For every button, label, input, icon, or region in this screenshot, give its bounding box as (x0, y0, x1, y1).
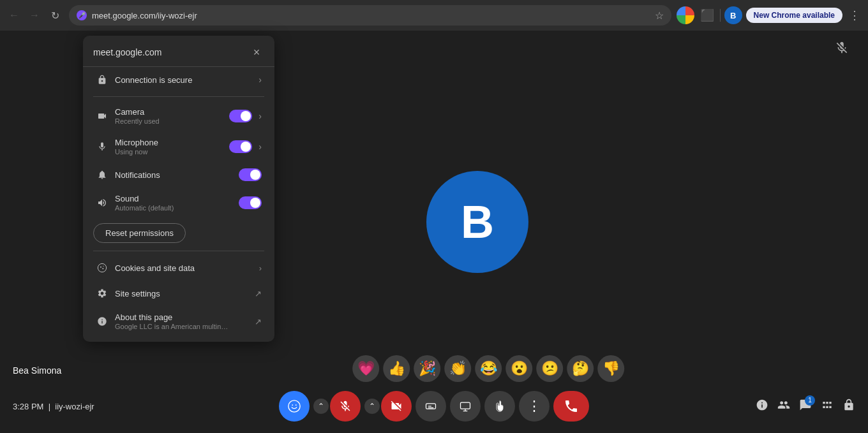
camera-toggle-knob (241, 111, 251, 121)
notifications-text: Notifications (115, 170, 232, 180)
microphone-row[interactable]: Microphone Using now › (86, 131, 272, 162)
site-settings-ext-icon: ↗ (255, 289, 262, 298)
profile-avatar[interactable]: B (724, 6, 742, 24)
present-button[interactable] (450, 391, 481, 422)
meeting-time: 3:28 PM | iiy-wozi-ejr (13, 402, 94, 411)
activities-icon[interactable] (821, 399, 834, 415)
more-button[interactable]: ⋮ (519, 391, 550, 422)
reset-permissions-button[interactable]: Reset permissions (93, 223, 186, 243)
forward-button[interactable]: → (26, 6, 43, 24)
connection-row[interactable]: Connection is secure › (86, 67, 272, 92)
chat-icon[interactable]: 1 (799, 399, 812, 415)
extensions-icon[interactable]: ⬛ (698, 6, 716, 24)
connection-arrow: › (258, 75, 262, 85)
microphone-toggle-knob (241, 142, 251, 152)
svg-point-2 (296, 404, 297, 406)
sound-row[interactable]: Sound Automatic (default) (86, 187, 272, 218)
connection-text: Connection is secure (115, 75, 252, 85)
mic-toggle-button[interactable] (330, 391, 361, 422)
camera-text: Camera Recently used (115, 107, 223, 125)
microphone-arrow: › (258, 142, 262, 152)
camera-toggle[interactable] (229, 110, 252, 122)
svg-point-0 (288, 400, 300, 412)
camera-group: ⌃ (364, 391, 412, 422)
meet-mute-icon (835, 41, 849, 59)
lock-secure-icon (96, 73, 108, 86)
notifications-toggle-knob (250, 170, 260, 180)
microphone-sublabel: Using now (115, 148, 223, 156)
emoji-think[interactable]: 🤔 (567, 355, 594, 382)
new-chrome-button[interactable]: New Chrome available (746, 8, 842, 23)
camera-row[interactable]: Camera Recently used › (86, 101, 272, 131)
emoji-bar: 💗 👍 🎉 👏 😂 😮 😕 🤔 👎 (352, 355, 624, 382)
microphone-toggle[interactable] (229, 140, 252, 153)
emoji-party[interactable]: 🎉 (414, 355, 440, 382)
camera-perm-icon (96, 110, 108, 122)
emoji-clap[interactable]: 👏 (444, 355, 471, 382)
address-bar[interactable]: 🎤 meet.google.com/iiy-wozi-ejr ☆ (69, 5, 671, 26)
chrome-logo[interactable] (677, 6, 694, 24)
notifications-perm-icon (96, 168, 108, 181)
svg-point-10 (100, 267, 101, 268)
popup-title: meet.google.com (93, 47, 161, 57)
emoji-thumbsup[interactable]: 👍 (383, 355, 410, 382)
emoji-sad[interactable]: 😕 (536, 355, 563, 382)
notifications-toggle[interactable] (239, 168, 262, 181)
emoji-thumbsdown[interactable]: 👎 (597, 355, 624, 382)
popup-close-button[interactable]: × (249, 45, 264, 60)
back-button[interactable]: ← (5, 6, 23, 24)
about-icon (96, 315, 108, 328)
camera-arrow: › (258, 111, 262, 121)
connection-label: Connection is secure (115, 75, 252, 85)
raise-hand-button[interactable] (484, 391, 515, 422)
lock-icon[interactable] (842, 399, 855, 415)
camera-chevron[interactable]: ⌃ (364, 399, 380, 414)
toolbar-right: ⬛ B New Chrome available ⋮ (677, 6, 863, 25)
emoji-heart[interactable]: 💗 (352, 355, 379, 382)
separator (720, 9, 721, 22)
site-info-popup: meet.google.com × Connection is secure ›… (83, 36, 274, 342)
about-ext-icon: ↗ (255, 317, 262, 327)
reload-button[interactable]: ↻ (46, 6, 64, 24)
user-avatar-large: B (426, 171, 528, 273)
sound-toggle[interactable] (239, 196, 262, 209)
notifications-row[interactable]: Notifications (86, 162, 272, 187)
cookies-arrow: › (259, 263, 262, 273)
svg-point-9 (98, 263, 106, 272)
site-settings-label: Site settings (115, 289, 248, 298)
reaction-button[interactable] (279, 391, 310, 422)
user-name-label: Bea Simona (13, 365, 61, 376)
chat-badge: 1 (805, 395, 815, 406)
chrome-menu-icon[interactable]: ⋮ (846, 6, 863, 25)
svg-point-12 (103, 266, 103, 267)
reaction-group (279, 391, 310, 422)
site-settings-row[interactable]: Site settings ↗ (86, 281, 272, 306)
about-label: About this page (115, 312, 248, 322)
browser-toolbar: ← → ↻ 🎤 meet.google.com/iiy-wozi-ejr ☆ ⬛… (0, 0, 868, 31)
svg-point-1 (292, 404, 293, 406)
emoji-laugh[interactable]: 😂 (475, 355, 502, 382)
url-text: meet.google.com/iiy-wozi-ejr (92, 11, 650, 20)
svg-rect-6 (461, 402, 470, 409)
camera-label: Camera (115, 107, 223, 117)
people-icon[interactable] (777, 399, 790, 415)
about-text: About this page Google LLC is an America… (115, 312, 248, 330)
sound-perm-icon (96, 196, 108, 209)
info-icon[interactable] (756, 399, 768, 415)
cookies-row[interactable]: Cookies and site data › (86, 255, 272, 281)
about-row[interactable]: About this page Google LLC is an America… (86, 306, 272, 337)
bookmark-icon[interactable]: ☆ (655, 10, 664, 22)
camera-toggle-button[interactable] (381, 391, 412, 422)
sound-sublabel: Automatic (default) (115, 204, 232, 212)
mic-icon: 🎤 (77, 10, 87, 20)
about-sublabel: Google LLC is an American multinational … (115, 323, 230, 330)
svg-point-11 (102, 268, 103, 269)
mic-perm-icon (96, 140, 108, 153)
emoji-wow[interactable]: 😮 (505, 355, 532, 382)
camera-sublabel: Recently used (115, 117, 223, 125)
cookies-label: Cookies and site data (115, 263, 253, 273)
mic-chevron[interactable]: ⌃ (313, 399, 329, 414)
end-call-button[interactable] (553, 391, 589, 422)
microphone-text: Microphone Using now (115, 138, 223, 156)
caption-button[interactable] (415, 391, 446, 422)
